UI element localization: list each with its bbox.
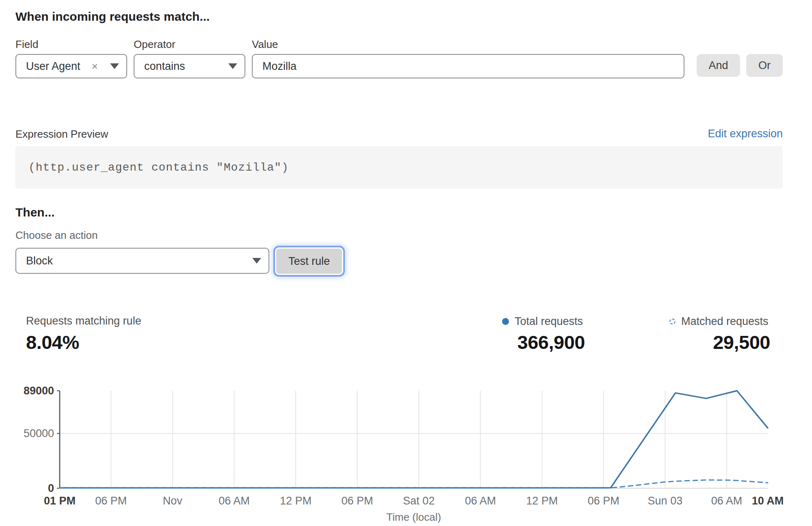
- then-title: Then...: [15, 206, 55, 219]
- chevron-down-icon: [228, 63, 237, 69]
- svg-text:89000: 89000: [24, 385, 54, 397]
- action-select-value: Block: [26, 255, 249, 267]
- matched-requests-circle-icon: [669, 318, 676, 325]
- expression-preview-box: (http.user_agent contains "Mozilla"): [15, 146, 783, 188]
- and-button[interactable]: And: [697, 54, 740, 77]
- clear-icon[interactable]: ×: [92, 60, 98, 73]
- action-select[interactable]: Block: [15, 248, 269, 274]
- field-select-value: User Agent: [26, 60, 92, 73]
- chevron-down-icon: [252, 258, 261, 264]
- svg-text:12 PM: 12 PM: [280, 495, 312, 507]
- matched-requests-value: 29,500: [648, 331, 770, 353]
- svg-text:Time (local): Time (local): [386, 511, 441, 523]
- field-label: Field: [15, 38, 38, 51]
- value-input[interactable]: [252, 54, 684, 78]
- requests-matching-label: Requests matching rule: [26, 315, 141, 327]
- edit-expression-link[interactable]: Edit expression: [708, 128, 783, 140]
- firewall-rule-editor: When incoming requests match... Field Op…: [0, 0, 812, 526]
- test-rule-button[interactable]: Test rule: [276, 249, 342, 274]
- svg-text:Nov: Nov: [163, 495, 183, 507]
- svg-text:06 PM: 06 PM: [588, 495, 619, 507]
- value-label: Value: [252, 38, 278, 51]
- expression-preview-label: Expression Preview: [15, 128, 108, 141]
- total-requests-dot-icon: [502, 318, 509, 325]
- legend-matched-requests[interactable]: Matched requests: [669, 315, 769, 328]
- total-requests-label: Total requests: [515, 315, 583, 328]
- svg-text:0: 0: [48, 482, 54, 494]
- svg-text:01 PM: 01 PM: [44, 495, 76, 507]
- requests-matching-value: 8.04%: [26, 331, 79, 353]
- expression-code: (http.user_agent contains "Mozilla"): [15, 161, 289, 174]
- operator-label: Operator: [134, 38, 175, 51]
- field-select[interactable]: User Agent ×: [15, 54, 127, 78]
- operator-select-value: contains: [144, 60, 225, 73]
- svg-text:10 AM: 10 AM: [752, 495, 784, 507]
- requests-chart: 8900050000001 PM06 PMNov06 AM12 PM06 PMS…: [0, 378, 812, 526]
- or-button[interactable]: Or: [746, 54, 783, 77]
- operator-select[interactable]: contains: [134, 54, 245, 78]
- svg-text:Sun 03: Sun 03: [648, 495, 683, 507]
- choose-action-label: Choose an action: [15, 229, 97, 242]
- legend-total-requests[interactable]: Total requests: [502, 315, 583, 328]
- svg-text:06 AM: 06 AM: [711, 495, 743, 507]
- svg-text:Sat 02: Sat 02: [403, 495, 435, 507]
- matched-requests-label: Matched requests: [681, 315, 769, 328]
- svg-text:06 PM: 06 PM: [342, 495, 373, 507]
- svg-text:06 AM: 06 AM: [219, 495, 250, 507]
- svg-text:06 AM: 06 AM: [465, 495, 496, 507]
- total-requests-value: 366,900: [463, 331, 585, 353]
- svg-text:12 PM: 12 PM: [526, 495, 558, 507]
- page-title: When incoming requests match...: [15, 10, 210, 24]
- svg-text:50000: 50000: [24, 427, 54, 439]
- svg-text:06 PM: 06 PM: [95, 495, 127, 507]
- chevron-down-icon: [110, 63, 119, 69]
